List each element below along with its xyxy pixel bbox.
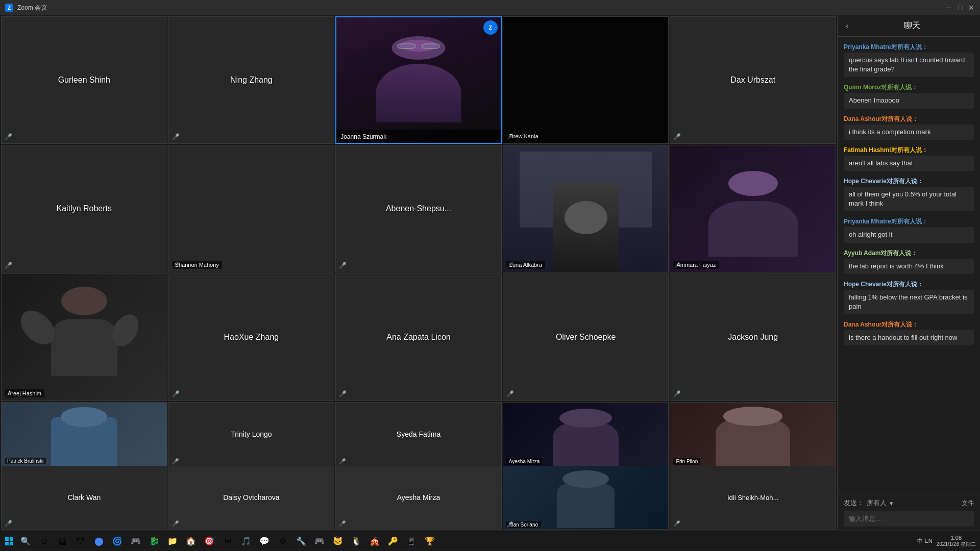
mute-icon-trinity: 🎤 <box>172 520 179 527</box>
participant-cell-abenen: 🎤 Abenen-Shepsu... <box>335 145 502 272</box>
chat-message-6: Priyanka Mhatre对所有人说： oh alright got it <box>844 217 974 242</box>
chat-file-button[interactable]: 文件 <box>962 499 974 508</box>
chat-message-5: Hope Chevarie对所有人说： all of them get you … <box>844 177 974 211</box>
taskbar-app11-button[interactable]: 📱 <box>403 533 420 549</box>
svg-rect-2 <box>5 542 9 545</box>
mute-icon-haoxue: 🎤 <box>339 390 347 397</box>
participant-name-syeda: Ayesha Mirza <box>397 493 440 502</box>
taskbar-app6-button[interactable]: 🎮 <box>311 533 328 549</box>
taskbar-app10-button[interactable]: 🔑 <box>385 533 401 549</box>
chat-sender-1: Priyanka Mhatre对所有人说： <box>844 43 974 52</box>
taskbar-app3-button[interactable]: 🎵 <box>238 533 254 549</box>
chat-input[interactable] <box>844 511 974 527</box>
chat-dropdown-icon[interactable]: ▾ <box>890 499 893 507</box>
chat-text-9: is there a handout to fill out right now <box>844 330 974 345</box>
chat-message-2: Quinn Moroz对所有人说： Abenen Imaoooo <box>844 83 974 108</box>
participant-name-ning: Ning Zhang <box>230 76 273 85</box>
taskbar-app8-button[interactable]: 🐧 <box>348 533 364 549</box>
participant-cell-abby: 🎤 Luna Alkabra <box>503 145 669 272</box>
chat-sender-9: Dana Ashour对所有人说： <box>844 320 974 329</box>
taskbar-app5-button[interactable]: 🔧 <box>293 533 309 549</box>
chat-to-select[interactable]: 所有人 <box>867 498 887 508</box>
chat-text-2: Abenen Imaoooo <box>844 93 974 108</box>
chat-title: 聊天 <box>852 20 972 31</box>
taskbar-right: 中 EN 1:08 2021/1/26 星期二 <box>917 535 976 548</box>
participant-cell-joanna: Joanna Szurmak Z <box>335 16 502 144</box>
taskbar-search-button[interactable]: 🔍 <box>17 533 34 549</box>
minimize-button[interactable]: ─ <box>945 4 952 11</box>
taskbar-mail-button[interactable]: ✉ <box>219 533 236 549</box>
chat-sender-8: Hope Chevarie对所有人说： <box>844 280 974 289</box>
taskbar-bitwarden-button[interactable]: 🛡 <box>72 533 89 549</box>
name-overlay-ammara: Areej Hashim <box>5 389 44 397</box>
participant-cell-kaitlyn: 🎤 Kaitlyn Roberts <box>1 145 167 272</box>
participant-name-trinity: Daisy Ovtcharova <box>223 493 279 502</box>
svg-rect-1 <box>10 537 13 541</box>
participant-cell-dax: 🎤 Dax Urbszat <box>670 16 836 144</box>
chat-message-7: Ayyub Adam对所有人说： the lab report is worth… <box>844 249 974 274</box>
taskbar-task-view-button[interactable]: ⊙ <box>36 533 52 549</box>
taskbar-start-menu-button[interactable]: ▦ <box>54 533 70 549</box>
taskbar-app4-button[interactable]: ⚙ <box>275 533 291 549</box>
chat-sender-2: Quinn Moroz对所有人说： <box>844 83 974 92</box>
participant-cell-drew: 🎤 Drew Kania <box>503 16 669 144</box>
close-button[interactable]: ✕ <box>968 4 975 11</box>
app-icon: Z <box>5 4 13 12</box>
clock-date: 2021/1/26 星期二 <box>937 541 976 548</box>
chat-footer: 发送： 所有人 ▾ 文件 <box>838 494 980 531</box>
taskbar-discord-button[interactable]: 💬 <box>256 533 273 549</box>
name-overlay-ayesha: Ayesha Mirza <box>506 458 542 465</box>
mute-icon-oliver: 🎤 <box>673 390 681 397</box>
taskbar-steam-button[interactable]: 🎮 <box>128 533 144 549</box>
taskbar-app1-button[interactable]: 🐉 <box>146 533 162 549</box>
chat-to-row: 发送： 所有人 ▾ 文件 <box>844 498 974 508</box>
svg-rect-0 <box>5 537 9 541</box>
main-layout: 🎤 Gurleen Shinh 🎤 Ning Zhang <box>0 15 980 531</box>
taskbar-chrome-button[interactable]: ⬤ <box>91 533 107 549</box>
mute-icon-gurleen: 🎤 <box>5 133 12 140</box>
chat-message-4: Fatimah Hashmi对所有人说： aren't all labs say… <box>844 146 974 171</box>
participant-name-daisy: Syeda Fatima <box>397 430 440 438</box>
name-overlay-erin: Erin Pilon <box>673 458 700 465</box>
chat-sender-5: Hope Chevarie对所有人说： <box>844 177 974 186</box>
chat-message-8: Hope Chevarie对所有人说： falling 1% below the… <box>844 280 974 314</box>
name-overlay-shannon: Shannon Mahony <box>172 261 222 269</box>
chat-to-label: 发送： <box>844 498 864 508</box>
participant-cell-shannon: 🎤 Shannon Mahony <box>168 145 335 272</box>
mute-icon-clark: 🎤 <box>5 520 12 527</box>
mute-icon-daisy: 🎤 <box>339 458 346 465</box>
participant-cell-clark-jackson: Patrick Brulinski Clark Wan 🎤 <box>1 402 167 530</box>
taskbar-edge-button[interactable]: 🌀 <box>109 533 126 549</box>
taskbar-clock: 1:08 2021/1/26 星期二 <box>937 535 976 548</box>
chat-text-5: all of them get you 0.5% of your total m… <box>844 187 974 211</box>
participant-cell-ana: 🎤 Oliver Schoepke <box>503 273 669 401</box>
chat-text-3: i think its a completion mark <box>844 124 974 140</box>
participant-cell-haoxue: 🎤 Ana Zapata Licon <box>335 273 502 401</box>
participant-cell-gurleen: 🎤 Gurleen Shinh <box>1 16 167 144</box>
participant-cell-areej: 🎤 HaoXue Zhang <box>168 273 335 401</box>
participant-name-oliver: Jackson Jung <box>728 333 778 342</box>
taskbar-app12-button[interactable]: 🏆 <box>422 533 438 549</box>
chat-text-1: quercus says lab 8 isn't counted toward … <box>844 53 974 77</box>
taskbar-home-button[interactable]: 🏠 <box>183 533 199 549</box>
name-overlay-jackson: Patrick Brulinski <box>5 458 46 464</box>
start-button[interactable] <box>4 536 14 546</box>
chat-message-3: Dana Ashour对所有人说： i think its a completi… <box>844 115 974 140</box>
chat-header: ‹ 聊天 <box>838 15 980 37</box>
participant-name-abenen: Abenen-Shepsu... <box>386 204 451 213</box>
chat-text-6: oh alright got it <box>844 227 974 242</box>
chat-message-9: Dana Ashour对所有人说： is there a handout to … <box>844 320 974 345</box>
taskbar-app9-button[interactable]: 🎪 <box>366 533 383 549</box>
participant-cell-patrick-trinity: Trinity Longo 🎤 Daisy Ovtcharova 🎤 <box>168 402 335 530</box>
participant-name-kaitlyn: Kaitlyn Roberts <box>57 204 112 213</box>
participant-cell-ning: 🎤 Ning Zhang <box>168 16 335 144</box>
taskbar-files-button[interactable]: 📁 <box>164 533 181 549</box>
taskbar-icons: 🔍 ⊙ ▦ 🛡 ⬤ 🌀 🎮 🐉 📁 🏠 🎯 ✉ 🎵 💬 ⚙ 🔧 🎮 🐱 🐧 🎪 … <box>17 533 438 549</box>
participant-cell-daisy-syeda: Syeda Fatima 🎤 Ayesha Mirza 🎤 <box>335 402 502 530</box>
participant-name-joanna: Joanna Szurmak <box>340 133 386 140</box>
taskbar-app2-button[interactable]: 🎯 <box>201 533 217 549</box>
chat-close-button[interactable]: ‹ <box>846 21 848 31</box>
taskbar-lang[interactable]: 中 EN <box>917 537 932 545</box>
maximize-button[interactable]: □ <box>957 4 964 11</box>
taskbar-app7-button[interactable]: 🐱 <box>330 533 346 549</box>
